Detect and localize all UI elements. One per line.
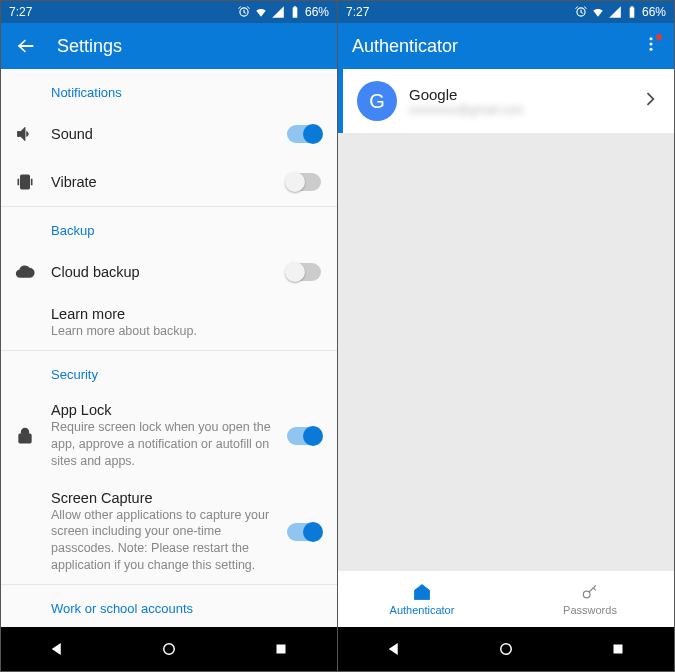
tab-authenticator[interactable]: Authenticator — [338, 571, 506, 627]
settings-list[interactable]: Notifications Sound Vibrate Backup Cloud… — [1, 69, 337, 627]
nav-back-icon[interactable] — [48, 640, 66, 658]
wifi-icon — [591, 5, 605, 19]
svg-point-3 — [164, 644, 175, 655]
bottom-tabs: Authenticator Passwords — [338, 571, 674, 627]
battery-icon — [288, 5, 302, 19]
notification-dot — [656, 34, 662, 40]
status-time: 7:27 — [346, 5, 369, 19]
vibrate-toggle[interactable] — [287, 173, 321, 191]
svg-rect-0 — [21, 175, 29, 188]
empty-area — [338, 133, 674, 571]
app-bar: Settings — [1, 23, 337, 69]
cloud-toggle[interactable] — [287, 263, 321, 281]
svg-point-7 — [650, 48, 653, 51]
sound-icon — [15, 124, 35, 144]
signal-icon — [608, 5, 622, 19]
app-bar: Authenticator — [338, 23, 674, 69]
svg-point-8 — [583, 591, 590, 598]
cloud-label: Cloud backup — [51, 264, 279, 280]
battery-icon — [625, 5, 639, 19]
nav-home-icon[interactable] — [497, 640, 515, 658]
account-name: Google — [409, 86, 640, 103]
nav-recent-icon[interactable] — [609, 640, 627, 658]
applock-title: App Lock — [51, 402, 279, 418]
page-title: Settings — [57, 36, 122, 57]
tab-auth-label: Authenticator — [390, 604, 455, 616]
svg-rect-10 — [614, 645, 623, 654]
battery-pct: 66% — [305, 5, 329, 19]
vibrate-label: Vibrate — [51, 174, 279, 190]
account-row-google[interactable]: G Google xxxxxxxx@gmail.com — [338, 69, 674, 133]
svg-point-5 — [650, 37, 653, 40]
row-sound[interactable]: Sound — [1, 110, 337, 158]
alarm-icon — [237, 5, 251, 19]
battery-pct: 66% — [642, 5, 666, 19]
svg-point-9 — [501, 644, 512, 655]
row-capture[interactable]: Screen Capture Allow other applications … — [1, 480, 337, 585]
applock-toggle[interactable] — [287, 427, 321, 445]
key-icon — [580, 582, 600, 602]
menu-button[interactable] — [642, 35, 660, 57]
nav-back-icon[interactable] — [385, 640, 403, 658]
applock-sub: Require screen lock when you open the ap… — [51, 419, 279, 470]
status-bar: 7:27 66% — [338, 1, 674, 23]
row-vibrate[interactable]: Vibrate — [1, 158, 337, 206]
back-arrow-icon[interactable] — [15, 35, 37, 57]
authenticator-screen: 7:27 66% Authenticator G Google xxxxxxxx… — [338, 1, 674, 671]
section-notifications: Notifications — [1, 69, 337, 110]
account-email: xxxxxxxx@gmail.com — [409, 103, 640, 117]
svg-rect-4 — [277, 645, 286, 654]
avatar: G — [357, 81, 397, 121]
section-backup: Backup — [1, 207, 337, 248]
nav-recent-icon[interactable] — [272, 640, 290, 658]
row-applock[interactable]: App Lock Require screen lock when you op… — [1, 392, 337, 480]
svg-rect-1 — [19, 434, 31, 442]
settings-screen: 7:27 66% Settings Notifications Sound Vi… — [1, 1, 337, 671]
row-cloud-backup[interactable]: Cloud backup — [1, 248, 337, 296]
tab-pass-label: Passwords — [563, 604, 617, 616]
capture-title: Screen Capture — [51, 490, 279, 506]
page-title: Authenticator — [352, 36, 458, 57]
section-work: Work or school accounts — [1, 585, 337, 626]
alarm-icon — [574, 5, 588, 19]
sound-toggle[interactable] — [287, 125, 321, 143]
home-shield-icon — [412, 582, 432, 602]
section-security: Security — [1, 351, 337, 392]
android-nav-bar — [1, 627, 337, 671]
learn-title: Learn more — [51, 306, 321, 322]
row-learn-more[interactable]: Learn more Learn more about backup. — [1, 296, 337, 350]
status-bar: 7:27 66% — [1, 1, 337, 23]
lock-icon — [15, 426, 35, 446]
wifi-icon — [254, 5, 268, 19]
nav-home-icon[interactable] — [160, 640, 178, 658]
capture-toggle[interactable] — [287, 523, 321, 541]
svg-point-6 — [650, 43, 653, 46]
android-nav-bar — [338, 627, 674, 671]
learn-sub: Learn more about backup. — [51, 323, 321, 340]
tab-passwords[interactable]: Passwords — [506, 571, 674, 627]
capture-sub: Allow other applications to capture your… — [51, 507, 279, 575]
cloud-icon — [15, 262, 35, 282]
chevron-right-icon — [640, 89, 660, 113]
vibrate-icon — [15, 172, 35, 192]
sound-label: Sound — [51, 126, 279, 142]
status-time: 7:27 — [9, 5, 32, 19]
signal-icon — [271, 5, 285, 19]
